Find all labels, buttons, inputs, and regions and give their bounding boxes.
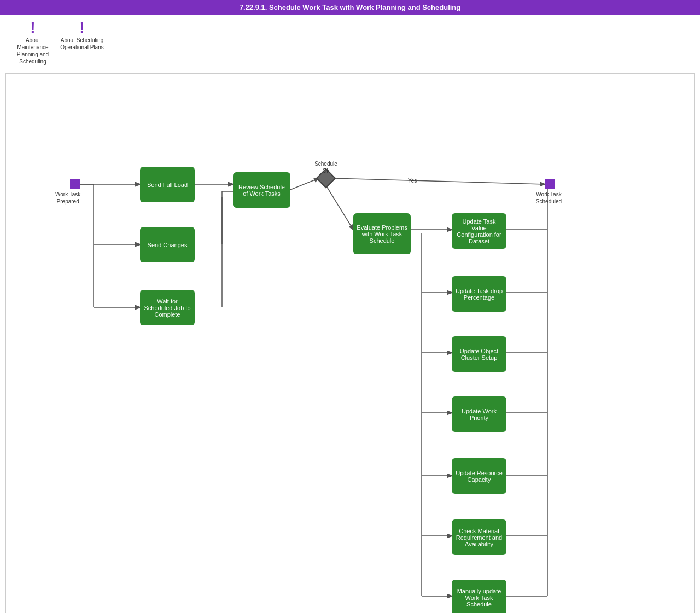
send-changes-label: Send Changes [148,242,188,248]
send-full-load-label: Send Full Load [147,182,188,188]
diagram-arrows [6,74,694,613]
svg-line-11 [333,178,545,184]
update-work-priority-label: Update Work Priority [455,408,503,421]
toolbar: ! About Maintenance Planning and Schedul… [0,15,700,71]
toolbar-label-maintenance: About Maintenance Planning and Schedulin… [11,37,55,65]
header-title: 7.22.9.1. Schedule Work Task with Work P… [240,3,461,11]
update-work-priority-box[interactable]: Update Work Priority [452,396,506,432]
svg-line-12 [326,185,353,230]
update-object-cluster-label: Update Object Cluster Setup [455,348,503,361]
schedule-ok-label: ScheduleOk [310,160,342,174]
header-bar: 7.22.9.1. Schedule Work Task with Work P… [0,0,700,15]
update-resource-capacity-box[interactable]: Update Resource Capacity [452,458,506,494]
diagram-container: Work TaskPrepared Send Full Load Send Ch… [5,73,695,613]
wait-scheduled-box[interactable]: Wait for Scheduled Job to Complete [140,290,195,325]
manually-update-box[interactable]: Manually update Work Task Schedule [452,580,506,613]
review-schedule-label: Review Schedule of Work Tasks [236,184,287,197]
send-changes-box[interactable]: Send Changes [140,227,195,262]
update-task-drop-box[interactable]: Update Task drop Percentage [452,276,506,312]
check-material-label: Check Material Requirement and Availabil… [455,528,503,547]
update-task-value-label: Update Task Value Configuration for Data… [455,218,503,244]
evaluate-problems-label: Evaluate Problems with Work Task Schedul… [357,224,407,244]
evaluate-problems-box[interactable]: Evaluate Problems with Work Task Schedul… [353,213,411,254]
exclamation-icon-1: ! [30,20,35,36]
exclamation-icon-2: ! [79,20,84,36]
end-node [545,179,555,189]
manually-update-label: Manually update Work Task Schedule [455,588,503,608]
update-task-drop-label: Update Task drop Percentage [455,288,503,301]
svg-line-10 [290,178,319,190]
send-full-load-box[interactable]: Send Full Load [140,167,195,202]
wait-scheduled-label: Wait for Scheduled Job to Complete [143,298,191,318]
yes-label: Yes [408,178,417,184]
start-node [70,179,80,189]
work-task-prepared-label: Work TaskPrepared [55,191,80,205]
toolbar-label-scheduling: About Scheduling Operational Plans [60,37,104,51]
check-material-box[interactable]: Check Material Requirement and Availabil… [452,519,506,555]
update-resource-capacity-label: Update Resource Capacity [455,470,503,483]
toolbar-item-scheduling[interactable]: ! About Scheduling Operational Plans [60,20,104,51]
work-task-scheduled-label: Work TaskScheduled [531,191,567,205]
review-schedule-box[interactable]: Review Schedule of Work Tasks [233,172,290,208]
update-object-cluster-box[interactable]: Update Object Cluster Setup [452,336,506,372]
toolbar-item-maintenance[interactable]: ! About Maintenance Planning and Schedul… [11,20,55,65]
update-task-value-box[interactable]: Update Task Value Configuration for Data… [452,213,506,249]
